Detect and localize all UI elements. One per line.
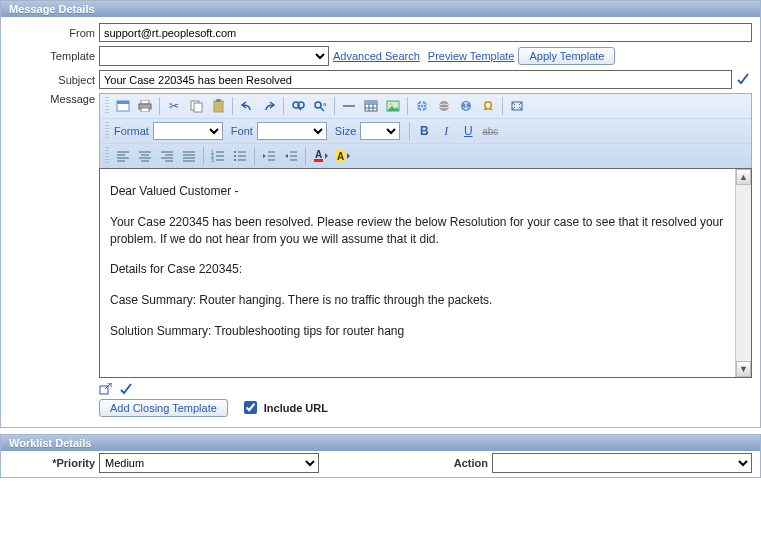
apply-template-button[interactable]: Apply Template <box>518 47 615 65</box>
action-select[interactable] <box>492 453 752 473</box>
replace-icon[interactable]: a <box>309 96 331 116</box>
rich-text-editor: ✂ <box>99 93 752 417</box>
size-select[interactable] <box>360 122 400 140</box>
add-closing-template-button[interactable]: Add Closing Template <box>99 399 228 417</box>
image-icon[interactable] <box>382 96 404 116</box>
svg-point-21 <box>390 103 393 106</box>
worklist-body: *Priority Medium Action <box>1 451 760 477</box>
include-url-checkbox[interactable] <box>244 401 257 414</box>
source-icon[interactable] <box>112 96 134 116</box>
scroll-down-icon[interactable]: ▼ <box>736 361 751 377</box>
paste-icon[interactable] <box>207 96 229 116</box>
priority-select[interactable]: Medium <box>99 453 319 473</box>
strikethrough-icon[interactable]: abc <box>479 121 501 141</box>
size-label: Size <box>335 125 356 137</box>
svg-point-24 <box>439 101 449 111</box>
svg-rect-1 <box>117 101 129 104</box>
underline-icon[interactable]: U <box>457 121 479 141</box>
bold-icon[interactable]: B <box>413 121 435 141</box>
svg-rect-13 <box>343 105 355 107</box>
align-left-icon[interactable] <box>112 146 134 166</box>
svg-text:a: a <box>323 101 327 107</box>
message-paragraph: Case Summary: Router hanging. There is n… <box>110 292 725 309</box>
table-icon[interactable] <box>360 96 382 116</box>
message-paragraph: Dear Valued Customer - <box>110 183 725 200</box>
svg-rect-6 <box>194 103 202 112</box>
svg-rect-7 <box>214 101 223 112</box>
worklist-details-header: Worklist Details <box>1 435 760 451</box>
indent-icon[interactable] <box>280 146 302 166</box>
message-paragraph: Solution Summary: Troubleshooting tips f… <box>110 323 725 340</box>
link-icon[interactable] <box>411 96 433 116</box>
align-center-icon[interactable] <box>134 146 156 166</box>
svg-rect-2 <box>141 100 149 104</box>
outdent-icon[interactable] <box>258 146 280 166</box>
spellcheck-icon[interactable] <box>736 72 752 88</box>
svg-point-52 <box>234 159 236 161</box>
toolbar-grip <box>105 97 109 115</box>
svg-rect-19 <box>365 101 377 104</box>
italic-icon[interactable]: I <box>435 121 457 141</box>
svg-text:A: A <box>315 149 322 160</box>
align-justify-icon[interactable] <box>178 146 200 166</box>
print-icon[interactable] <box>134 96 156 116</box>
template-select[interactable] <box>99 46 329 66</box>
preview-template-link[interactable]: Preview Template <box>428 50 515 62</box>
format-label: Format <box>114 125 149 137</box>
worklist-details-panel: Worklist Details *Priority Medium Action <box>0 434 761 478</box>
popout-icon[interactable] <box>99 383 113 395</box>
spellcheck-icon[interactable] <box>119 382 133 396</box>
hr-icon[interactable] <box>338 96 360 116</box>
include-url-checkbox-wrap[interactable]: Include URL <box>240 398 328 417</box>
expand-icon[interactable] <box>506 96 528 116</box>
include-url-label: Include URL <box>264 402 328 414</box>
svg-rect-8 <box>216 99 221 102</box>
redo-icon[interactable] <box>258 96 280 116</box>
highlight-color-icon[interactable]: A <box>331 146 353 166</box>
svg-point-22 <box>417 101 427 111</box>
format-select[interactable] <box>153 122 223 140</box>
message-details-panel: Message Details From Template Advanced S… <box>0 0 761 428</box>
message-details-body: From Template Advanced Search Preview Te… <box>1 17 760 427</box>
svg-point-51 <box>234 155 236 157</box>
from-label: From <box>9 27 99 39</box>
action-label: Action <box>432 457 492 469</box>
scroll-track[interactable] <box>736 185 751 361</box>
special-char-icon[interactable]: Ω <box>477 96 499 116</box>
toolbar-grip <box>105 147 109 165</box>
align-right-icon[interactable] <box>156 146 178 166</box>
editor-scrollbar[interactable]: ▲ ▼ <box>735 169 751 377</box>
unordered-list-icon[interactable] <box>229 146 251 166</box>
font-label: Font <box>231 125 253 137</box>
svg-point-50 <box>234 151 236 153</box>
message-paragraph: Your Case 220345 has been resolved. Plea… <box>110 214 725 248</box>
message-label: Message <box>9 93 99 105</box>
svg-text:3: 3 <box>211 157 214 162</box>
copy-icon[interactable] <box>185 96 207 116</box>
svg-rect-63 <box>314 159 323 162</box>
subject-input[interactable] <box>99 70 732 89</box>
text-color-icon[interactable]: A <box>309 146 331 166</box>
svg-text:A: A <box>337 151 344 162</box>
scroll-up-icon[interactable]: ▲ <box>736 169 751 185</box>
font-select[interactable] <box>257 122 327 140</box>
toolbar-grip <box>105 122 109 140</box>
unlink-icon[interactable] <box>433 96 455 116</box>
message-details-header: Message Details <box>1 1 760 17</box>
cut-icon[interactable]: ✂ <box>163 96 185 116</box>
from-input[interactable] <box>99 23 752 42</box>
priority-label: *Priority <box>9 457 99 469</box>
message-paragraph: Details for Case 220345: <box>110 261 725 278</box>
editor-toolbar: ✂ <box>99 93 752 168</box>
anchor-icon[interactable] <box>455 96 477 116</box>
svg-rect-4 <box>141 108 149 112</box>
ordered-list-icon[interactable]: 123 <box>207 146 229 166</box>
template-label: Template <box>9 50 99 62</box>
find-icon[interactable] <box>287 96 309 116</box>
subject-label: Subject <box>9 74 99 86</box>
undo-icon[interactable] <box>236 96 258 116</box>
message-body[interactable]: Dear Valued Customer - Your Case 220345 … <box>100 169 735 377</box>
advanced-search-link[interactable]: Advanced Search <box>333 50 420 62</box>
